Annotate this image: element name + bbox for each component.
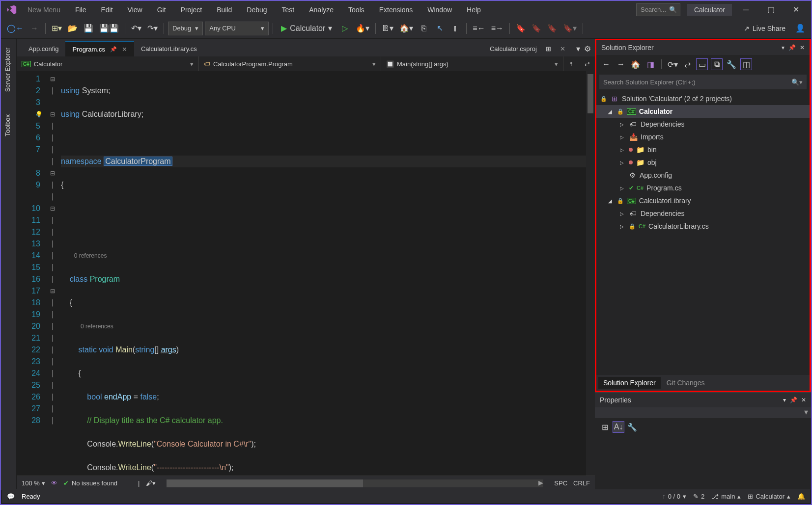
menu-file[interactable]: File (69, 4, 92, 16)
menu-tools[interactable]: Tools (342, 4, 370, 16)
project-indicator[interactable]: ⊞Calculator▴ (748, 493, 790, 500)
solution-search[interactable]: Search Solution Explorer (Ctrl+;) 🔍▾ (599, 75, 807, 89)
tree-bin[interactable]: ▷📁bin (596, 143, 810, 156)
alphabetical-icon[interactable]: A↓ (613, 421, 624, 433)
search-box[interactable]: Search... 🔍 (636, 3, 680, 16)
home-icon[interactable]: 🏠 (630, 58, 642, 70)
categorized-icon[interactable]: ⊞ (599, 421, 611, 433)
menu-help[interactable]: Help (461, 4, 487, 16)
bookmark-button[interactable]: 🔖 (514, 22, 528, 35)
tab-settings-button[interactable]: ⚙ (584, 44, 591, 53)
issues-indicator[interactable]: ✔No issues found (63, 479, 117, 487)
tree-dependencies[interactable]: ▷🏷Dependencies (596, 118, 810, 131)
forward-icon[interactable]: → (615, 58, 627, 70)
bookmark-clear-button[interactable]: 🔖▾ (561, 22, 579, 35)
minimize-button[interactable]: ─ (735, 2, 757, 17)
horizontal-scrollbar[interactable]: ◀▶ (167, 479, 544, 487)
save-button[interactable]: 💾 (82, 22, 95, 35)
tab-program-cs[interactable]: Program.cs📌✕ (65, 41, 134, 56)
split-editor-button[interactable]: ⫯ (563, 60, 579, 68)
account-button[interactable]: 👤 (793, 22, 807, 35)
panel-pin-button[interactable]: 📌 (788, 44, 796, 51)
nav-forward-button[interactable]: → (28, 22, 41, 35)
properties-icon[interactable]: 🔧 (726, 58, 737, 70)
show-all-icon[interactable]: ⧉ (711, 58, 723, 70)
output-icon[interactable]: 💬 (7, 493, 15, 500)
fold-gutter[interactable]: ⊟│💡⊟││││⊟││⊟││││││⊟│││││││││││ (46, 71, 59, 476)
run-without-debug-button[interactable]: ▷ (338, 22, 352, 35)
panel-menu-button[interactable]: ▾ (783, 397, 786, 403)
tab-app-config[interactable]: App.config (22, 41, 65, 56)
tool-btn-2[interactable]: ↖ (433, 22, 447, 35)
close-icon[interactable]: ✕ (122, 46, 127, 53)
tool-btn-3[interactable]: ⫿ (448, 22, 462, 35)
platform-dropdown[interactable]: Any CPU▾ (205, 22, 269, 35)
code-editor[interactable]: 1234567891011121314151617181920212223242… (17, 71, 595, 476)
open-button[interactable]: 📂 (66, 22, 80, 35)
indent-left-button[interactable]: ≡← (471, 22, 487, 35)
panel-pin-button[interactable]: 📌 (790, 397, 797, 403)
solution-node[interactable]: 🔒⊞Solution 'Calculator' (2 of 2 projects… (596, 92, 810, 105)
notifications-icon[interactable]: 🔔 (797, 493, 805, 500)
tree-lib-dependencies[interactable]: ▷🏷Dependencies (596, 207, 810, 220)
run-button[interactable]: ▶Calculator▾ (277, 24, 336, 33)
menu-debug[interactable]: Debug (241, 4, 273, 16)
code-content[interactable]: using System; using CalculatorLibrary; n… (59, 71, 586, 476)
menu-view[interactable]: View (122, 4, 148, 16)
live-share-button[interactable]: ↗Live Share (738, 25, 791, 32)
indent-right-button[interactable]: ≡→ (489, 22, 505, 35)
properties-header[interactable]: Properties ▾ 📌 ✕ (595, 393, 811, 407)
undo-button[interactable]: ↶▾ (129, 22, 143, 35)
tree-obj[interactable]: ▷📁obj (596, 156, 810, 169)
spc-indicator[interactable]: SPC (554, 479, 567, 487)
project-calculatorlibrary[interactable]: ◢🔒C#CalculatorLibrary (596, 194, 810, 207)
properties-dropdown[interactable]: ▾ (595, 407, 811, 418)
tree-program-cs[interactable]: ▷✔C#Program.cs (596, 182, 810, 194)
close-icon[interactable]: ✕ (560, 45, 565, 53)
browser-link-button[interactable]: 🖹▾ (380, 22, 395, 35)
back-icon[interactable]: ← (600, 58, 612, 70)
bookmark-prev-button[interactable]: 🔖 (530, 22, 543, 35)
menu-window[interactable]: Window (421, 4, 458, 16)
tab-solution-explorer[interactable]: Solution Explorer (598, 377, 661, 389)
pending-changes[interactable]: ✎2 (693, 493, 704, 500)
save-all-button[interactable]: 💾💾 (97, 22, 121, 35)
toolbox-tab[interactable]: Toolbox (1, 110, 16, 140)
tree-calculatorlibrary-cs[interactable]: ▷🔒C#CalculatorLibrary.cs (596, 220, 810, 233)
menu-edit[interactable]: Edit (95, 4, 118, 16)
tool-btn-1[interactable]: ⎘ (417, 22, 431, 35)
collapse-all-icon[interactable]: ▭ (696, 58, 708, 70)
overview-ruler[interactable] (586, 71, 595, 476)
tree-appconfig[interactable]: ⚙App.config (596, 169, 810, 182)
panel-close-button[interactable]: ✕ (801, 397, 806, 403)
new-project-button[interactable]: ⊞▾ (50, 22, 64, 35)
tab-git-changes[interactable]: Git Changes (662, 377, 710, 389)
tree-imports[interactable]: ▷📥Imports (596, 131, 810, 143)
eye-icon[interactable]: 👁 (51, 479, 57, 487)
menu-new[interactable]: New Menu (22, 4, 66, 16)
breadcrumb-class[interactable]: 🏷CalculatorProgram.Program▾ (199, 56, 381, 71)
refresh-icon[interactable]: ⟳▾ (667, 58, 678, 70)
pin-icon[interactable]: 📌 (110, 46, 117, 53)
hot-reload-button[interactable]: 🔥▾ (354, 22, 371, 35)
solution-explorer-header[interactable]: Solution Explorer ▾ 📌 ✕ (596, 40, 810, 55)
app-button[interactable]: 🏠▾ (397, 22, 415, 35)
bookmark-next-button[interactable]: 🔖 (545, 22, 559, 35)
config-dropdown[interactable]: Debug▾ (168, 22, 203, 35)
panel-menu-button[interactable]: ▾ (782, 44, 784, 51)
sync-icon[interactable]: ⇄ (681, 58, 693, 70)
maximize-button[interactable]: ▢ (760, 2, 782, 17)
menu-git[interactable]: Git (151, 4, 172, 16)
swap-button[interactable]: ⇄ (579, 60, 595, 68)
tab-overflow-button[interactable]: ▾ (576, 44, 580, 53)
close-button[interactable]: ✕ (785, 2, 807, 17)
wrench-icon[interactable]: 🔧 (626, 421, 638, 433)
brush-icon[interactable]: 🖌▾ (146, 479, 156, 487)
breadcrumb-project[interactable]: C#Calculator▾ (17, 56, 199, 71)
menu-build[interactable]: Build (211, 4, 238, 16)
menu-project[interactable]: Project (175, 4, 208, 16)
menu-test[interactable]: Test (276, 4, 301, 16)
crlf-indicator[interactable]: CRLF (573, 479, 590, 487)
project-calculator[interactable]: ◢🔒C#Calculator (596, 105, 810, 118)
switch-views-icon[interactable]: ◨ (644, 58, 656, 70)
